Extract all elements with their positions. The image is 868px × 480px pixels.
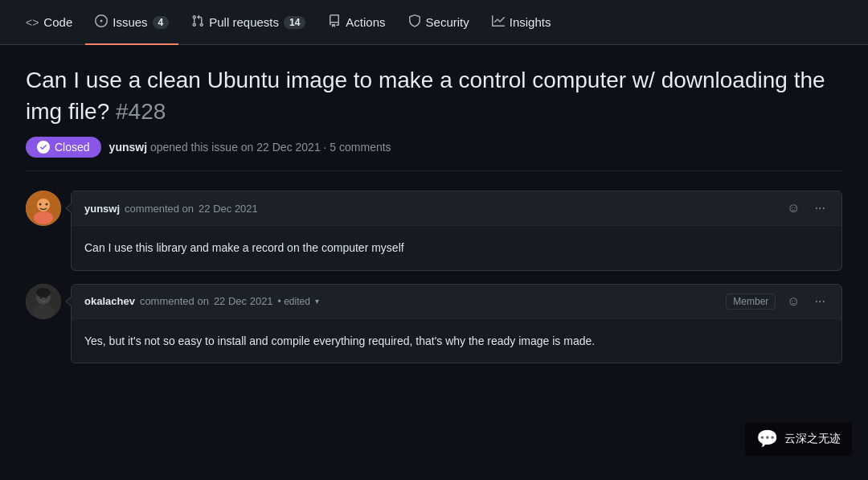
comment-more-button[interactable]: ···: [812, 199, 829, 217]
actions-icon: [328, 14, 341, 30]
emoji-reaction-button[interactable]: ☺: [784, 199, 803, 217]
nav-insights[interactable]: Insights: [482, 0, 561, 45]
nav-code-label: Code: [43, 15, 72, 29]
comment-header: yunswj commented on 22 Dec 2021 ☺ ···: [72, 191, 841, 226]
avatar[interactable]: [26, 284, 61, 319]
edited-label: • edited: [278, 296, 310, 307]
commenter-name[interactable]: okalachev: [84, 295, 135, 307]
nav-issues-label: Issues: [113, 15, 147, 29]
issue-title: Can I use a clean Ubuntu image to make a…: [26, 64, 842, 127]
issue-status-row: Closed yunswj opened this issue on 22 De…: [26, 137, 842, 171]
svg-point-3: [39, 203, 42, 206]
comment-container: yunswj commented on 22 Dec 2021 ☺ ··· Ca…: [71, 191, 842, 270]
main-content: Can I use a clean Ubuntu image to make a…: [0, 45, 868, 383]
comment-header-right: ☺ ···: [784, 199, 829, 217]
issues-badge: 4: [153, 16, 170, 29]
member-badge: Member: [726, 293, 776, 310]
top-navigation: <> Code Issues 4 Pull requests 14 Action…: [0, 0, 868, 45]
insights-icon: [492, 14, 505, 30]
pr-badge: 14: [284, 16, 305, 29]
emoji-reaction-button[interactable]: ☺: [784, 293, 803, 310]
nav-security[interactable]: Security: [399, 0, 479, 45]
svg-point-9: [40, 296, 43, 298]
nav-issues[interactable]: Issues 4: [85, 0, 178, 45]
nav-insights-label: Insights: [510, 15, 551, 29]
issue-author[interactable]: yunswj: [109, 141, 147, 154]
svg-point-8: [36, 288, 51, 297]
pull-requests-icon: [191, 14, 204, 30]
comment-block: okalachev commented on 22 Dec 2021 • edi…: [26, 284, 842, 363]
issue-number: #428: [116, 99, 166, 124]
svg-point-4: [46, 203, 48, 206]
nav-pull-requests[interactable]: Pull requests 14: [182, 0, 315, 45]
wechat-icon: 💬: [756, 429, 778, 449]
nav-code[interactable]: <> Code: [16, 0, 82, 45]
nav-actions-label: Actions: [346, 15, 385, 29]
comment-header-right: Member ☺ ···: [726, 293, 829, 310]
nav-actions[interactable]: Actions: [318, 0, 395, 45]
issues-icon: [95, 14, 108, 30]
comment-more-button[interactable]: ···: [812, 293, 829, 310]
watermark-label: 云深之无迹: [784, 432, 841, 446]
comment-container: okalachev commented on 22 Dec 2021 • edi…: [71, 284, 842, 363]
comment-body: Yes, but it's not so easy to install and…: [72, 319, 841, 363]
nav-pr-label: Pull requests: [209, 15, 279, 29]
edited-dropdown[interactable]: ▾: [315, 297, 319, 306]
svg-point-7: [33, 305, 54, 319]
comment-block: yunswj commented on 22 Dec 2021 ☺ ··· Ca…: [26, 191, 842, 270]
comments-section: yunswj commented on 22 Dec 2021 ☺ ··· Ca…: [26, 191, 842, 363]
issue-meta: yunswj opened this issue on 22 Dec 2021 …: [109, 141, 391, 154]
svg-point-2: [34, 211, 53, 224]
commenter-name[interactable]: yunswj: [84, 203, 120, 215]
nav-security-label: Security: [426, 15, 469, 29]
watermark: 💬 云深之无迹: [745, 422, 852, 456]
comment-body: Can I use this library and make a record…: [72, 226, 841, 269]
closed-badge-label: Closed: [55, 141, 90, 154]
avatar[interactable]: [26, 191, 61, 226]
security-icon: [408, 14, 421, 30]
svg-point-10: [45, 296, 47, 298]
code-icon: <>: [26, 16, 39, 29]
comment-header-left: yunswj commented on 22 Dec 2021: [84, 203, 258, 215]
closed-badge[interactable]: Closed: [26, 137, 101, 158]
comment-header-left: okalachev commented on 22 Dec 2021 • edi…: [84, 295, 319, 307]
comment-header: okalachev commented on 22 Dec 2021 • edi…: [72, 285, 841, 319]
